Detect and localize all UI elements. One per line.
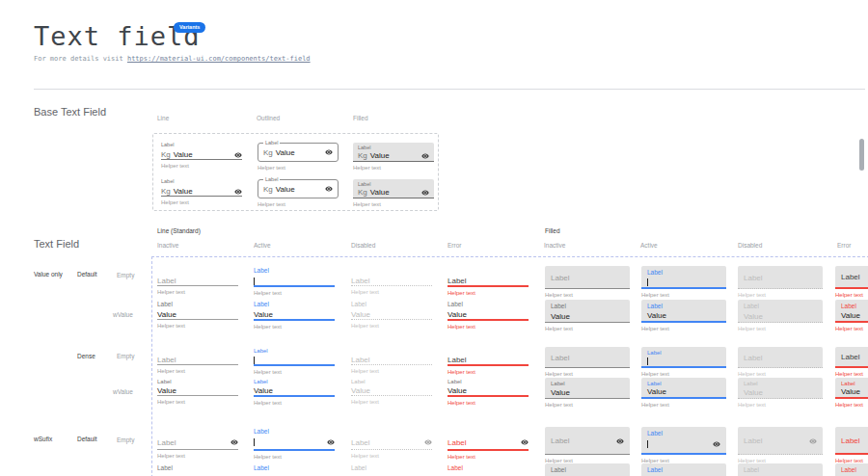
textfield-line-error-default-value-suffix[interactable]: LabelValueHelper text xyxy=(448,463,529,476)
floating-label: Label xyxy=(841,302,868,310)
state-header-filled-disabled: Disabled xyxy=(738,242,762,249)
textfield-line-active-dense-empty[interactable]: LabelHelper text xyxy=(254,347,335,376)
textfield-line-disabled-dense-empty[interactable]: LabelHelper text xyxy=(351,347,432,375)
visibility-icon[interactable] xyxy=(809,437,817,445)
textfield-line-error-dense-empty[interactable]: LabelHelper text xyxy=(448,347,529,376)
textfield-line-inactive-default-value-suffix[interactable]: LabelValueHelper text xyxy=(157,463,238,476)
textfield-filled-error-default-value[interactable]: LabelValueHelper text xyxy=(835,300,868,332)
prefix-text: Kg xyxy=(358,151,367,160)
textfield-line-inactive-default-empty-suffix[interactable]: LabelHelper text xyxy=(157,427,238,460)
textfield-filled-error-dense-empty[interactable]: LabelHelper text xyxy=(835,347,868,378)
textfield-filled-inactive-default-empty-suffix[interactable]: LabelHelper text xyxy=(545,427,630,464)
textfield-filled-inactive-dense-value[interactable]: LabelValueHelper text xyxy=(545,378,630,409)
filled-box: LabelKgValue xyxy=(353,143,434,162)
visibility-icon[interactable] xyxy=(234,151,242,159)
visibility-icon[interactable] xyxy=(231,438,238,446)
base-textfield-line[interactable]: LabelKgValueHelper text xyxy=(161,178,242,206)
base-textfield-filled[interactable]: LabelKgValueHelper text xyxy=(353,143,434,172)
textfield-line-inactive-default-value[interactable]: LabelValueHelper text xyxy=(157,300,238,330)
textfield-filled-disabled-default-empty-suffix[interactable]: LabelHelper text xyxy=(738,427,823,464)
textfield-line-disabled-default-value[interactable]: LabelValueHelper text xyxy=(351,300,432,330)
textfield-filled-disabled-default-value[interactable]: LabelValueHelper text xyxy=(738,300,823,332)
base-col-line: Line xyxy=(157,115,169,121)
field-helper-text: Helper text xyxy=(353,165,434,172)
visibility-icon[interactable] xyxy=(616,437,624,445)
textfield-line-disabled-default-empty-suffix[interactable]: LabelHelper text xyxy=(351,427,432,460)
material-ui-link[interactable]: https://material-ui.com/components/text-… xyxy=(127,55,311,63)
textfield-line-error-dense-value[interactable]: LabelValueHelper text xyxy=(448,378,529,407)
textfield-line-error-default-empty-suffix[interactable]: LabelHelper text xyxy=(448,427,529,461)
input-area: KgValue xyxy=(358,151,429,160)
field-label: Label xyxy=(351,277,370,285)
subtitle: For more details visit https://material-… xyxy=(34,55,311,63)
floating-label: Label xyxy=(744,302,817,310)
visibility-icon[interactable] xyxy=(421,189,429,197)
visibility-icon[interactable] xyxy=(713,440,720,448)
textfield-filled-active-default-empty-suffix[interactable]: LabelHelper text xyxy=(641,427,726,464)
textfield-line-disabled-default-empty[interactable]: LabelHelper text xyxy=(351,266,432,296)
textfield-line-disabled-dense-value[interactable]: LabelValueHelper text xyxy=(351,378,432,406)
textfield-filled-inactive-dense-empty[interactable]: LabelHelper text xyxy=(545,347,630,378)
field-underline xyxy=(448,395,529,397)
textfield-filled-disabled-dense-empty[interactable]: LabelHelper text xyxy=(738,347,823,378)
input-area: Label xyxy=(351,275,432,285)
textfield-filled-inactive-default-value-suffix[interactable]: LabelValueHelper text xyxy=(545,463,630,476)
input-area: Label xyxy=(448,275,529,285)
textfield-filled-active-dense-value[interactable]: LabelValueHelper text xyxy=(641,378,726,409)
rail-empty-3: Empty xyxy=(117,436,134,443)
textfield-filled-error-default-empty[interactable]: LabelHelper text xyxy=(835,266,868,299)
base-textfield-filled[interactable]: LabelKgValueHelper text xyxy=(353,179,434,208)
visibility-icon[interactable] xyxy=(421,152,429,160)
textfield-line-error-default-value[interactable]: LabelValueHelper text xyxy=(448,300,529,331)
field-helper-text: Helper text xyxy=(157,368,238,375)
base-textfield-line[interactable]: LabelKgValueHelper text xyxy=(161,142,242,170)
floating-label: Label xyxy=(647,380,720,387)
textfield-filled-inactive-default-empty[interactable]: LabelHelper text xyxy=(545,266,630,299)
textfield-filled-disabled-default-value-suffix[interactable]: LabelValueHelper text xyxy=(738,463,823,476)
field-label: Label xyxy=(448,438,467,447)
textfield-line-active-default-value-suffix[interactable]: LabelValueHelper text xyxy=(254,463,335,476)
field-label: Label xyxy=(841,353,860,361)
floating-label: Label xyxy=(161,178,242,185)
visibility-icon[interactable] xyxy=(327,438,335,446)
textfield-filled-error-dense-value[interactable]: LabelValueHelper text xyxy=(835,378,868,409)
visibility-icon[interactable] xyxy=(325,148,333,156)
rail-wvalue-1: wValue xyxy=(113,311,133,318)
visibility-icon[interactable] xyxy=(234,188,242,196)
textfield-line-inactive-dense-empty[interactable]: LabelHelper text xyxy=(157,347,238,375)
textfield-filled-inactive-default-value[interactable]: LabelValueHelper text xyxy=(545,300,630,332)
textfield-filled-active-default-empty[interactable]: LabelHelper text xyxy=(641,266,726,299)
visibility-icon[interactable] xyxy=(424,438,432,446)
filled-box: Label xyxy=(545,266,630,289)
scrollbar-thumb[interactable] xyxy=(859,139,864,171)
textfield-line-error-default-empty[interactable]: LabelHelper text xyxy=(448,266,529,297)
field-helper-text: Helper text xyxy=(254,454,335,461)
visibility-icon[interactable] xyxy=(325,185,333,193)
textfield-filled-active-dense-empty[interactable]: LabelHelper text xyxy=(641,347,726,378)
textfield-filled-active-default-value-suffix[interactable]: LabelValueHelper text xyxy=(641,463,726,476)
filled-box: LabelValue xyxy=(835,463,868,476)
floating-label: Label xyxy=(161,142,242,148)
visibility-icon[interactable] xyxy=(521,438,529,446)
base-textfield-outlined[interactable]: LabelKgValueHelper text xyxy=(258,143,339,172)
group-header-line: Line (Standard) xyxy=(157,227,201,234)
textfield-filled-disabled-dense-value[interactable]: LabelValueHelper text xyxy=(738,378,823,409)
textfield-line-active-default-empty-suffix[interactable]: LabelHelper text xyxy=(254,427,335,461)
textfield-filled-error-default-empty-suffix[interactable]: LabelHelper text xyxy=(835,427,868,464)
textfield-filled-error-default-value-suffix[interactable]: LabelValueHelper text xyxy=(835,463,868,476)
textfield-line-active-dense-value[interactable]: LabelValueHelper text xyxy=(254,378,335,407)
floating-label: Label xyxy=(358,181,429,188)
field-value: Value xyxy=(744,312,763,321)
textfield-line-active-default-value[interactable]: LabelValueHelper text xyxy=(254,300,335,331)
textfield-filled-active-default-value[interactable]: LabelValueHelper text xyxy=(641,300,726,332)
textfield-line-active-default-empty[interactable]: LabelHelper text xyxy=(254,266,335,297)
base-textfield-outlined[interactable]: LabelKgValueHelper text xyxy=(258,179,339,208)
textfield-filled-disabled-default-empty[interactable]: LabelHelper text xyxy=(738,266,823,299)
field-value: Value xyxy=(370,188,390,197)
floating-label xyxy=(448,347,529,355)
textfield-line-disabled-default-value-suffix[interactable]: LabelValueHelper text xyxy=(351,463,432,476)
textfield-line-inactive-default-empty[interactable]: LabelHelper text xyxy=(157,266,238,296)
floating-label: Label xyxy=(647,268,720,277)
textfield-line-inactive-dense-value[interactable]: LabelValueHelper text xyxy=(157,378,238,406)
input-area: Value xyxy=(744,387,817,397)
